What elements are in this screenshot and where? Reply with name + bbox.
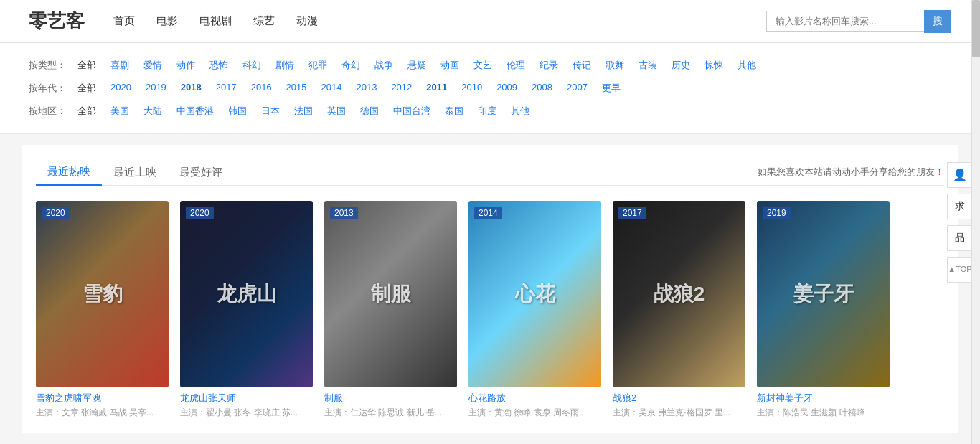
notice-exclamation: ！ bbox=[935, 166, 944, 177]
filter-type-documentary[interactable]: 纪录 bbox=[534, 57, 564, 73]
side-icons: 👤 求 品 ▲ TOP bbox=[947, 162, 973, 283]
scrollbar-thumb[interactable] bbox=[972, 0, 980, 57]
search-side-icon[interactable]: 求 bbox=[947, 194, 973, 219]
movie-cast-0: 主演：文章 张瀚戚 马战 吴亭... bbox=[36, 407, 169, 419]
top-label: TOP bbox=[956, 265, 971, 273]
filter-type-crime[interactable]: 犯罪 bbox=[303, 57, 333, 73]
movie-year-badge-0: 2020 bbox=[42, 207, 70, 219]
filter-type-history[interactable]: 历史 bbox=[666, 57, 696, 73]
tab-recent[interactable]: 最近上映 bbox=[102, 160, 168, 185]
filter-year-2007[interactable]: 2007 bbox=[561, 80, 593, 96]
filter-region-thailand[interactable]: 泰国 bbox=[439, 103, 469, 119]
nav-home[interactable]: 首页 bbox=[113, 14, 135, 28]
filter-year-2009[interactable]: 2009 bbox=[491, 80, 523, 96]
filter-type-mystery[interactable]: 悬疑 bbox=[402, 57, 432, 73]
filter-year-2015[interactable]: 2015 bbox=[281, 80, 313, 96]
filter-region-mainland[interactable]: 大陆 bbox=[138, 103, 168, 119]
movie-poster-0: 雪豹 2020 bbox=[36, 201, 169, 387]
movie-card-2[interactable]: 制服 2013 制服 主演：仁达华 陈思诚 新儿 岳... bbox=[324, 201, 457, 419]
movie-card-4[interactable]: 战狼2 2017 战狼2 主演：吴京 弗兰克·格国罗 里... bbox=[613, 201, 745, 419]
movie-title-0[interactable]: 雪豹之虎啸军魂 bbox=[36, 392, 169, 405]
movie-year-badge-2: 2013 bbox=[330, 207, 358, 219]
filter-year-2019[interactable]: 2019 bbox=[140, 80, 172, 96]
movie-title-5[interactable]: 新封神姜子牙 bbox=[757, 392, 890, 405]
movie-cast-3: 主演：黄渤 徐峥 袁泉 周冬雨... bbox=[468, 407, 601, 419]
grid-side-icon[interactable]: 品 bbox=[947, 225, 973, 251]
movie-cast-1: 主演：翟小曼 张冬 李晓庄 苏... bbox=[180, 407, 313, 419]
filter-region-india[interactable]: 印度 bbox=[472, 103, 502, 119]
filter-year-all[interactable]: 全部 bbox=[72, 80, 102, 96]
filter-region-korea[interactable]: 韩国 bbox=[222, 103, 253, 119]
filter-year-2013[interactable]: 2013 bbox=[350, 80, 382, 96]
top-button[interactable]: ▲ TOP bbox=[947, 257, 973, 283]
filter-type-art[interactable]: 文艺 bbox=[468, 57, 498, 73]
nav-tv[interactable]: 电视剧 bbox=[199, 14, 232, 28]
tabs-bar: 最近热映 最近上映 最受好评 如果您喜欢本站请动动小手分享给您的朋友！ bbox=[36, 159, 944, 186]
filter-region-row: 按地区： 全部 美国 大陆 中国香港 韩国 日本 法国 英国 德国 中国台湾 泰… bbox=[29, 103, 951, 119]
filter-type-animation[interactable]: 动画 bbox=[435, 57, 465, 73]
user-icon[interactable]: 👤 bbox=[947, 162, 973, 188]
filter-year-2018[interactable]: 2018 bbox=[175, 80, 207, 96]
filter-type-horror[interactable]: 恐怖 bbox=[204, 57, 234, 73]
header: 零艺客 首页 电影 电视剧 综艺 动漫 搜 bbox=[0, 0, 980, 43]
user-icon-glyph: 👤 bbox=[953, 168, 967, 181]
movie-title-4[interactable]: 战狼2 bbox=[613, 392, 745, 405]
filter-type-other[interactable]: 其他 bbox=[732, 57, 762, 73]
movie-cast-5: 主演：陈浩民 生滋颜 叶禧峰 bbox=[757, 407, 890, 419]
filter-region-all[interactable]: 全部 bbox=[72, 103, 102, 119]
filter-region-usa[interactable]: 美国 bbox=[105, 103, 135, 119]
filter-year-2020[interactable]: 2020 bbox=[105, 80, 137, 96]
filter-region-uk[interactable]: 英国 bbox=[321, 103, 352, 119]
filter-region-hk[interactable]: 中国香港 bbox=[171, 103, 220, 119]
movie-year-badge-4: 2017 bbox=[618, 207, 646, 219]
movie-poster-2: 制服 2013 bbox=[324, 201, 457, 387]
top-arrow-icon: ▲ bbox=[948, 265, 956, 273]
filter-region-germany[interactable]: 德国 bbox=[354, 103, 385, 119]
filter-year-2011[interactable]: 2011 bbox=[420, 80, 453, 96]
filter-type-costume[interactable]: 古装 bbox=[633, 57, 663, 73]
movie-title-3[interactable]: 心花路放 bbox=[468, 392, 601, 405]
filter-type-comedy[interactable]: 喜剧 bbox=[105, 57, 135, 73]
filter-region-france[interactable]: 法国 bbox=[288, 103, 319, 119]
filter-year-older[interactable]: 更早 bbox=[596, 80, 626, 96]
filter-type-ethics[interactable]: 伦理 bbox=[501, 57, 531, 73]
filter-type-romance[interactable]: 爱情 bbox=[138, 57, 168, 73]
movie-card-3[interactable]: 心花 2014 心花路放 主演：黄渤 徐峥 袁泉 周冬雨... bbox=[468, 201, 601, 419]
nav-anime[interactable]: 动漫 bbox=[296, 14, 318, 28]
filter-region-taiwan[interactable]: 中国台湾 bbox=[387, 103, 436, 119]
tab-hot[interactable]: 最近热映 bbox=[36, 159, 102, 186]
filter-year-2012[interactable]: 2012 bbox=[385, 80, 418, 96]
tab-notice: 如果您喜欢本站请动动小手分享给您的朋友！ bbox=[758, 166, 944, 179]
movie-card-1[interactable]: 龙虎山 2020 龙虎山张天师 主演：翟小曼 张冬 李晓庄 苏... bbox=[180, 201, 313, 419]
search-side-glyph: 求 bbox=[955, 200, 965, 213]
movie-year-badge-1: 2020 bbox=[186, 207, 214, 219]
filter-type-thriller[interactable]: 惊悚 bbox=[699, 57, 729, 73]
nav-variety[interactable]: 综艺 bbox=[253, 14, 275, 28]
filter-type-war[interactable]: 战争 bbox=[369, 57, 399, 73]
filter-year-2016[interactable]: 2016 bbox=[245, 80, 278, 96]
filter-year-2010[interactable]: 2010 bbox=[456, 80, 488, 96]
filter-region-japan[interactable]: 日本 bbox=[255, 103, 286, 119]
movie-card-0[interactable]: 雪豹 2020 雪豹之虎啸军魂 主演：文章 张瀚戚 马战 吴亭... bbox=[36, 201, 169, 419]
filter-type-fantasy[interactable]: 奇幻 bbox=[336, 57, 366, 73]
filter-region-items: 全部 美国 大陆 中国香港 韩国 日本 法国 英国 德国 中国台湾 泰国 印度 … bbox=[72, 103, 535, 119]
search-button[interactable]: 搜 bbox=[924, 10, 951, 33]
filter-region-other[interactable]: 其他 bbox=[505, 103, 535, 119]
filter-year-row: 按年代： 全部 2020 2019 2018 2017 2016 2015 20… bbox=[29, 80, 951, 96]
search-input[interactable] bbox=[766, 11, 924, 32]
movie-title-2[interactable]: 制服 bbox=[324, 392, 457, 405]
filter-type-musical[interactable]: 歌舞 bbox=[600, 57, 630, 73]
filter-type-biography[interactable]: 传记 bbox=[567, 57, 597, 73]
movie-card-5[interactable]: 姜子牙 2019 新封神姜子牙 主演：陈浩民 生滋颜 叶禧峰 bbox=[757, 201, 890, 419]
filter-year-2008[interactable]: 2008 bbox=[526, 80, 558, 96]
movie-title-1[interactable]: 龙虎山张天师 bbox=[180, 392, 313, 405]
filter-year-2017[interactable]: 2017 bbox=[210, 80, 242, 96]
movie-poster-bg-5: 姜子牙 bbox=[757, 201, 890, 387]
filter-type-scifi[interactable]: 科幻 bbox=[237, 57, 267, 73]
filter-type-action[interactable]: 动作 bbox=[171, 57, 201, 73]
filter-type-drama[interactable]: 剧情 bbox=[270, 57, 300, 73]
filter-type-all[interactable]: 全部 bbox=[72, 57, 102, 73]
filter-year-2014[interactable]: 2014 bbox=[316, 80, 348, 96]
nav-movie[interactable]: 电影 bbox=[156, 14, 178, 28]
tab-top-rated[interactable]: 最受好评 bbox=[168, 160, 234, 185]
